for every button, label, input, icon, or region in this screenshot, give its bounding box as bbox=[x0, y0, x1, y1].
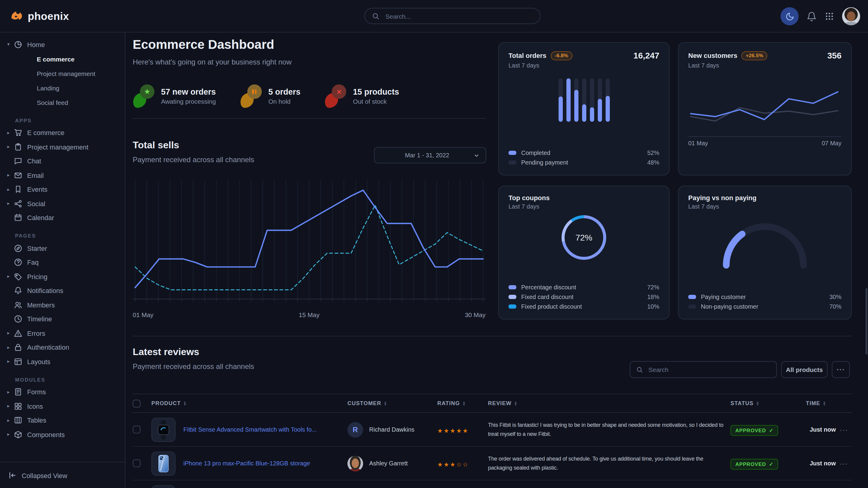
share-icon bbox=[14, 199, 22, 208]
sort-icon: ▲▼ bbox=[514, 400, 518, 406]
sort-icon: ▲▼ bbox=[823, 400, 826, 406]
sidebar-item-project-management[interactable]: ▸Project management bbox=[0, 140, 125, 154]
brand-name: phoenix bbox=[28, 10, 69, 23]
sidebar-item-tables[interactable]: ▸Tables bbox=[0, 413, 125, 427]
customer-avatar bbox=[347, 455, 363, 471]
status-cell: APPROVED✓ bbox=[731, 423, 806, 435]
column-label: CUSTOMER bbox=[347, 400, 381, 406]
column-label: STATUS bbox=[731, 400, 754, 406]
sidebar-item-icons[interactable]: ▸Icons bbox=[0, 399, 125, 413]
product-cell bbox=[151, 485, 347, 488]
global-search[interactable] bbox=[364, 8, 540, 24]
legend-label: Fixed card discount bbox=[521, 293, 574, 300]
scrollbar-thumb[interactable] bbox=[866, 288, 867, 355]
column-header-rating[interactable]: RATING▲▼ bbox=[437, 400, 488, 406]
total-sells-title: Total sells bbox=[133, 140, 179, 151]
legend-label: Non-paying customer bbox=[701, 303, 758, 310]
sidebar-item-home[interactable]: ▾Home bbox=[0, 37, 125, 52]
sidebar-item-events[interactable]: ▸Events bbox=[0, 182, 125, 197]
lock-icon bbox=[14, 343, 22, 352]
sidebar-nav: ▾HomeE commerceProject managementLanding… bbox=[0, 37, 125, 442]
sidebar-subitem-project-management[interactable]: Project management bbox=[0, 66, 125, 80]
sidebar-item-components[interactable]: ▸Components bbox=[0, 427, 125, 442]
page-title: Ecommerce Dashboard bbox=[133, 37, 274, 52]
select-all-checkbox[interactable] bbox=[133, 399, 141, 407]
customer-avatar: R bbox=[347, 422, 363, 437]
rating-cell: ★★★☆☆ bbox=[437, 458, 488, 469]
caret-right-icon: ▸ bbox=[7, 331, 14, 336]
card-period: Last 7 days bbox=[508, 203, 659, 210]
sidebar-item-faq[interactable]: Faq bbox=[0, 255, 125, 269]
sidebar-item-forms[interactable]: ▸Forms bbox=[0, 385, 125, 399]
page-subtitle: Here's what's going on at your business … bbox=[133, 58, 292, 66]
stat-on-hold: 5 ordersOn hold bbox=[240, 85, 301, 107]
sidebar-subitem-social-feed[interactable]: Social feed bbox=[0, 95, 125, 109]
product-link[interactable]: Fitbit Sense Advanced Smartwatch with To… bbox=[183, 426, 317, 433]
column-header-review[interactable]: REVIEW▲▼ bbox=[488, 400, 731, 406]
sidebar-item-label: Home bbox=[27, 41, 45, 48]
sidebar-section-label-modules: MODULES bbox=[0, 377, 125, 383]
chat-icon bbox=[14, 157, 22, 165]
collapse-sidebar-button[interactable]: Collapsed View bbox=[0, 462, 125, 488]
row-menu-button[interactable]: ··· bbox=[840, 426, 852, 433]
notifications-button[interactable] bbox=[806, 11, 817, 22]
donut-center-value: 72% bbox=[562, 215, 606, 260]
coupons-legend: Percentage discount72%Fixed card discoun… bbox=[508, 282, 659, 311]
mail-icon bbox=[14, 171, 22, 180]
sidebar-item-timeline[interactable]: Timeline bbox=[0, 312, 125, 326]
column-header-product[interactable]: PRODUCT▲▼ bbox=[151, 400, 347, 406]
sidebar-item-errors[interactable]: ▸Errors bbox=[0, 326, 125, 340]
sidebar-item-label: Errors bbox=[27, 330, 45, 337]
sidebar-item-starter[interactable]: Starter bbox=[0, 241, 125, 255]
check-icon: ✓ bbox=[769, 461, 774, 467]
legend-value: 70% bbox=[829, 303, 841, 310]
date-range-select[interactable]: Mar 1 - 31, 2022 bbox=[374, 147, 486, 163]
sidebar-item-label: Starter bbox=[27, 245, 47, 252]
sidebar-item-label: Timeline bbox=[27, 316, 52, 323]
sidebar-item-authentication[interactable]: ▸Authentication bbox=[0, 340, 125, 355]
question-icon bbox=[14, 258, 22, 267]
caret-right-icon: ▸ bbox=[7, 130, 14, 136]
row-menu-button[interactable]: ··· bbox=[840, 460, 852, 467]
order-bar bbox=[558, 78, 562, 122]
sidebar-item-email[interactable]: ▸Email bbox=[0, 168, 125, 182]
column-header-time[interactable]: TIME▲▼ bbox=[806, 400, 840, 406]
sidebar-item-label: Calendar bbox=[27, 214, 54, 222]
column-header-customer[interactable]: CUSTOMER▲▼ bbox=[347, 400, 437, 406]
more-options-button[interactable]: ··· bbox=[832, 361, 850, 378]
caret-right-icon: ▸ bbox=[7, 389, 14, 395]
apps-grid-button[interactable] bbox=[825, 11, 834, 21]
latest-reviews-title: Latest reviews bbox=[133, 347, 199, 357]
search-input[interactable] bbox=[384, 12, 533, 20]
collapse-label: Collapsed View bbox=[22, 472, 67, 479]
file-icon bbox=[14, 388, 22, 396]
brand-logo[interactable]: phoenix bbox=[10, 0, 69, 33]
caret-right-icon: ▸ bbox=[7, 173, 14, 178]
column-header-status[interactable]: STATUS▲▼ bbox=[731, 400, 806, 406]
sidebar-item-layouts[interactable]: ▸Layouts bbox=[0, 355, 125, 369]
stat-value: 57 new orders bbox=[161, 87, 216, 96]
paying-card: Paying vs non paying Last 7 days Paying … bbox=[678, 186, 852, 320]
sidebar-item-e-commerce[interactable]: ▸E commerce bbox=[0, 126, 125, 140]
layout-icon bbox=[14, 357, 22, 366]
dark-mode-toggle[interactable] bbox=[780, 7, 799, 25]
row-checkbox[interactable] bbox=[133, 426, 141, 433]
reviews-search-input[interactable] bbox=[647, 365, 770, 374]
sidebar-item-calendar[interactable]: Calendar bbox=[0, 211, 125, 225]
sidebar-item-social[interactable]: ▸Social bbox=[0, 197, 125, 211]
sidebar-subitem-landing[interactable]: Landing bbox=[0, 80, 125, 95]
product-link[interactable]: iPhone 13 pro max-Pacific Blue-128GB sto… bbox=[183, 460, 310, 466]
caret-right-icon: ▸ bbox=[7, 345, 14, 350]
sort-icon: ▲▼ bbox=[183, 400, 187, 406]
all-products-button[interactable]: All products bbox=[781, 361, 828, 378]
pause-icon bbox=[252, 89, 257, 94]
user-avatar[interactable] bbox=[842, 7, 860, 25]
sidebar-item-pricing[interactable]: ▸Pricing bbox=[0, 269, 125, 284]
sidebar-subitem-e-commerce[interactable]: E commerce bbox=[0, 52, 125, 66]
row-checkbox[interactable] bbox=[133, 459, 141, 467]
sidebar-item-notifications[interactable]: Notifications bbox=[0, 284, 125, 298]
sidebar-item-members[interactable]: Members bbox=[0, 298, 125, 312]
sidebar-item-chat[interactable]: Chat bbox=[0, 154, 125, 168]
reviews-search[interactable] bbox=[630, 361, 777, 378]
sidebar-section-label-apps: APPS bbox=[0, 117, 125, 123]
